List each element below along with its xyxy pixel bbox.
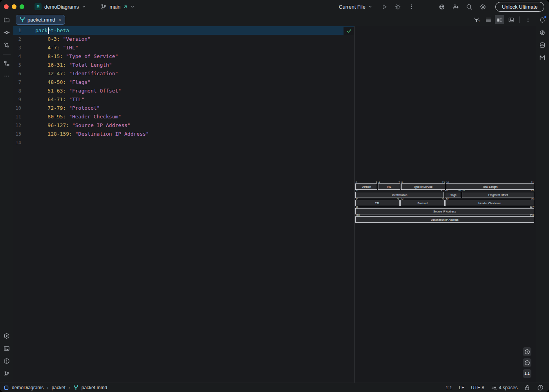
window-controls bbox=[4, 4, 24, 9]
tab-packet-mmd[interactable]: packet.mmd × bbox=[16, 15, 65, 25]
code-line[interactable]: 12 96-127: "Source IP Address" bbox=[13, 121, 354, 130]
packet-row: 96127Source IP Address bbox=[355, 206, 534, 214]
code-text: 72-79: "Protocol" bbox=[35, 104, 100, 113]
inspections-ok-checkmark-icon[interactable] bbox=[344, 27, 354, 35]
settings-gear-icon[interactable] bbox=[478, 2, 488, 12]
tab-close-icon[interactable]: × bbox=[58, 17, 62, 23]
code-line[interactable]: 14 bbox=[13, 138, 354, 147]
packet-block: 8095Header Checksum bbox=[445, 198, 534, 206]
code-line[interactable]: 10 72-79: "Protocol" bbox=[13, 104, 354, 113]
debug-button[interactable] bbox=[393, 2, 403, 12]
packet-block: 815Type of Service bbox=[401, 181, 445, 190]
more-actions-kebab-icon[interactable] bbox=[406, 2, 416, 12]
pull-requests-tool-icon[interactable] bbox=[2, 40, 12, 50]
zoom-reset-button[interactable]: 1:1 bbox=[523, 369, 531, 378]
database-tool-icon[interactable] bbox=[537, 40, 547, 50]
line-separator-widget[interactable]: LF bbox=[459, 385, 464, 390]
code-with-me-icon[interactable] bbox=[451, 2, 461, 12]
code-line[interactable]: 1packet-beta bbox=[13, 26, 354, 35]
zoom-out-button[interactable] bbox=[523, 358, 531, 367]
code-text: 0-3: "Version" bbox=[35, 35, 91, 44]
search-everywhere-icon[interactable] bbox=[464, 2, 474, 12]
editor-options-kebab-icon[interactable] bbox=[523, 15, 533, 24]
packet-field-label: Total Length bbox=[446, 183, 534, 190]
left-tool-window-bar bbox=[0, 13, 13, 383]
mermaid-tool-icon[interactable] bbox=[537, 53, 547, 63]
packet-field-label: Header Checksum bbox=[445, 200, 534, 206]
breadcrumb-project[interactable]: demoDiagrams bbox=[12, 385, 44, 390]
code-text: 8-15: "Type of Service" bbox=[35, 52, 118, 61]
git-tool-icon[interactable] bbox=[2, 368, 12, 379]
code-line[interactable]: 9 64-71: "TTL" bbox=[13, 95, 354, 104]
packet-block: 3247Identification bbox=[355, 190, 444, 198]
zoom-in-button[interactable] bbox=[523, 347, 531, 356]
code-line[interactable]: 3 4-7: "IHL" bbox=[13, 44, 354, 52]
services-tool-icon[interactable] bbox=[2, 331, 12, 341]
more-tool-windows-icon[interactable] bbox=[2, 71, 12, 81]
code-text: 96-127: "Source IP Address" bbox=[35, 121, 131, 130]
encoding-widget[interactable]: UTF-8 bbox=[471, 385, 484, 390]
right-tool-window-bar bbox=[536, 13, 549, 383]
problems-status-icon[interactable] bbox=[537, 385, 544, 391]
status-bar: demoDiagrams › packet › packet.mmd 1:1 L… bbox=[0, 383, 549, 392]
line-number: 8 bbox=[13, 87, 35, 95]
breadcrumb-file[interactable]: packet.mmd bbox=[82, 385, 107, 390]
line-number: 9 bbox=[13, 95, 35, 104]
code-text: 4-7: "IHL" bbox=[35, 44, 78, 52]
line-number: 13 bbox=[13, 130, 35, 138]
question-badge: ? bbox=[478, 19, 480, 23]
line-number: 3 bbox=[13, 44, 35, 52]
code-line[interactable]: 7 48-50: "Flags" bbox=[13, 78, 354, 87]
code-line[interactable]: 2 0-3: "Version" bbox=[13, 35, 354, 44]
title-bar: M demoDiagrams main Current File bbox=[0, 0, 549, 13]
preview-only-view-icon[interactable] bbox=[506, 15, 516, 24]
breadcrumb-folder[interactable]: packet bbox=[51, 385, 65, 390]
ai-assistant-tool-icon[interactable] bbox=[537, 27, 547, 38]
project-tool-icon[interactable] bbox=[2, 15, 12, 25]
terminal-tool-icon[interactable] bbox=[2, 343, 12, 354]
code-line[interactable]: 8 51-63: "Fragment Offset" bbox=[13, 87, 354, 95]
caret-position-widget[interactable]: 1:1 bbox=[445, 385, 452, 390]
maximize-window-button[interactable] bbox=[20, 4, 24, 9]
unlock-ultimate-button[interactable]: Unlock Ultimate bbox=[495, 2, 544, 12]
close-window-button[interactable] bbox=[4, 4, 9, 9]
code-editor[interactable]: 1packet-beta2 0-3: "Version"3 4-7: "IHL"… bbox=[13, 26, 354, 383]
code-line[interactable]: 13 128-159: "Destination IP Address" bbox=[13, 130, 354, 138]
packet-field-label: TTL bbox=[355, 200, 400, 206]
editor-only-view-icon[interactable] bbox=[484, 15, 493, 24]
run-configuration-selector[interactable]: Current File bbox=[339, 4, 373, 10]
minimize-window-button[interactable] bbox=[12, 4, 16, 9]
run-button[interactable] bbox=[380, 2, 390, 12]
push-commits-icon bbox=[123, 5, 127, 9]
packet-field-label: Version bbox=[355, 183, 377, 190]
packet-block: 4850Flags bbox=[445, 190, 461, 198]
packet-field-label: Fragment Offset bbox=[462, 192, 534, 198]
problems-tool-icon[interactable] bbox=[2, 356, 12, 366]
text-caret bbox=[48, 27, 49, 34]
preview-zoom-controls: 1:1 bbox=[523, 347, 531, 378]
project-widget[interactable]: M demoDiagrams bbox=[35, 3, 86, 10]
notifications-bell-icon[interactable] bbox=[537, 15, 547, 25]
vcs-widget[interactable]: main bbox=[100, 4, 135, 10]
indent-widget[interactable]: 4 spaces bbox=[491, 385, 518, 390]
commit-tool-icon[interactable] bbox=[2, 27, 12, 38]
mermaid-settings-icon[interactable]: ? bbox=[472, 15, 482, 24]
editor-tab-bar: packet.mmd × ? bbox=[13, 13, 536, 26]
structure-tool-icon[interactable] bbox=[2, 58, 12, 69]
line-number: 14 bbox=[13, 138, 35, 147]
mermaid-file-icon bbox=[20, 17, 25, 22]
unlocked-padlock-icon[interactable] bbox=[524, 385, 531, 391]
tab-label: packet.mmd bbox=[27, 17, 55, 23]
code-line[interactable]: 6 32-47: "Identification" bbox=[13, 69, 354, 78]
code-line[interactable]: 11 80-95: "Header Checksum" bbox=[13, 113, 354, 121]
sidebar-divider bbox=[3, 54, 11, 54]
ai-assistant-icon[interactable] bbox=[437, 2, 447, 12]
split-editor-preview-icon[interactable] bbox=[495, 15, 504, 24]
code-text: 80-95: "Header Checksum" bbox=[35, 113, 121, 121]
packet-row: 3247Identification4850Flags5163Fragment … bbox=[355, 190, 534, 198]
packet-block: 96127Source IP Address bbox=[355, 206, 534, 214]
code-line[interactable]: 4 8-15: "Type of Service" bbox=[13, 52, 354, 61]
packet-field-label: Flags bbox=[445, 192, 461, 198]
ide-window: M demoDiagrams main Current File bbox=[0, 0, 549, 392]
code-line[interactable]: 5 16-31: "Total Length" bbox=[13, 61, 354, 69]
